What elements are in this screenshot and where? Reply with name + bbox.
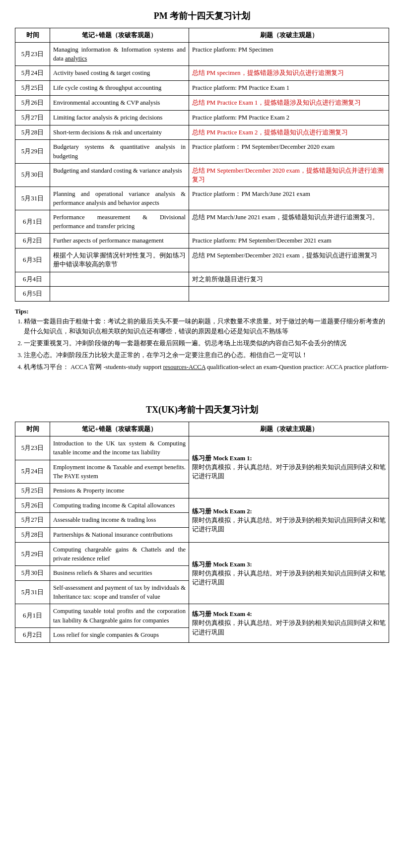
pm-table-row: 5月24日Activity based costing & target cos… bbox=[15, 66, 389, 81]
section2-title: TX(UK)考前十四天复习计划 bbox=[15, 404, 389, 416]
pm-date-cell: 5月25日 bbox=[15, 81, 50, 96]
pm-note-cell: Activity based costing & target costing bbox=[50, 66, 189, 81]
pm-tips-title: Tips: bbox=[15, 308, 29, 315]
pm-date-cell: 6月5日 bbox=[15, 287, 50, 302]
pm-date-cell: 5月26日 bbox=[15, 95, 50, 110]
tx-table-row: 5月26日Computing trading income & Capital … bbox=[15, 498, 389, 513]
pm-drill-cell: 对之前所做题目进行复习 bbox=[189, 272, 389, 287]
pm-drill-cell: Practice platform：PM September/December … bbox=[189, 140, 389, 163]
tx-drill-cell: 练习册 Mock Exam 1:限时仿真模拟，并认真总结。对于涉及到的相关知识点… bbox=[189, 436, 389, 498]
tx-note-cell: Business reliefs & Shares and securities bbox=[50, 566, 189, 581]
pm-drill-cell: 总结 PM Practice Exam 1，提炼错题涉及知识点进行追溯复习 bbox=[189, 95, 389, 110]
pm-header-time: 时间 bbox=[15, 28, 50, 43]
pm-note-cell: Budgetary systems & quantitative analysi… bbox=[50, 140, 189, 163]
tx-date-cell: 5月28日 bbox=[15, 528, 50, 543]
pm-tips: Tips: 精做一套题目由于粗做十套：考试之前的最后关头不要一味的刷题，只求数量… bbox=[15, 307, 389, 372]
pm-date-cell: 5月28日 bbox=[15, 125, 50, 140]
pm-table: 时间 笔记+错题（攻破客观题） 刷题（攻破主观题） 5月23日Managing … bbox=[15, 28, 389, 302]
pm-tip-item: 精做一套题目由于粗做十套：考试之前的最后关头不要一味的刷题，只求数量不求质量。对… bbox=[24, 316, 389, 336]
tx-note-cell: Assessable trading income & trading loss bbox=[50, 513, 189, 528]
pm-table-row: 6月2日Further aspects of performance manag… bbox=[15, 234, 389, 248]
pm-note-cell: Planning and operational variance analys… bbox=[50, 186, 189, 210]
pm-date-cell: 5月23日 bbox=[15, 43, 50, 66]
tx-note-cell: Loss relief for single companies & Group… bbox=[50, 627, 189, 642]
tx-header-time: 时间 bbox=[15, 422, 50, 436]
pm-date-cell: 6月4日 bbox=[15, 272, 50, 287]
pm-drill-cell: Practice platform：PM March/June 2021 exa… bbox=[189, 186, 389, 210]
pm-table-row: 5月25日Life cycle costing & throughput acc… bbox=[15, 81, 389, 96]
tx-note-cell: Self-assessment and payment of tax by in… bbox=[50, 581, 189, 604]
tx-note-cell: Employment income & Taxable and exempt b… bbox=[50, 460, 189, 483]
pm-note-cell: Managing information & Information syste… bbox=[50, 43, 189, 66]
pm-note-cell bbox=[50, 287, 189, 302]
tx-header-note: 笔记+错题（攻破客观题） bbox=[50, 422, 189, 436]
pm-note-cell bbox=[50, 272, 189, 287]
pm-drill-cell: Practice platform: PM Practice Exam 2 bbox=[189, 110, 389, 125]
pm-drill-cell: Practice platform: PM Specimen bbox=[189, 43, 389, 66]
tx-table: 时间 笔记+错题（攻破客观题） 刷题（攻破主观题） 5月23日Introduct… bbox=[15, 422, 389, 642]
tx-table-row: 5月23日Introduction to the UK tax system &… bbox=[15, 436, 389, 460]
pm-table-row: 5月30日Budgeting and standard costing & va… bbox=[15, 163, 389, 186]
pm-date-cell: 5月27日 bbox=[15, 110, 50, 125]
pm-drill-cell: 总结 PM September/December 2021 exam，提炼知识点… bbox=[189, 248, 389, 272]
section1-title: PM 考前十四天复习计划 bbox=[15, 10, 389, 22]
tx-note-cell: Computing taxable total profits and the … bbox=[50, 604, 189, 627]
tx-note-cell: Computing chargeable gains & Chattels an… bbox=[50, 543, 189, 566]
pm-header-note: 笔记+错题（攻破客观题） bbox=[50, 28, 189, 43]
pm-date-cell: 5月30日 bbox=[15, 163, 50, 186]
pm-drill-cell: 总结 PM March/June 2021 exam，提炼错题知识点并进行追溯复… bbox=[189, 210, 389, 234]
tx-date-cell: 5月31日 bbox=[15, 581, 50, 604]
tx-table-row: 5月29日Computing chargeable gains & Chatte… bbox=[15, 543, 389, 566]
tx-date-cell: 6月1日 bbox=[15, 604, 50, 627]
pm-table-row: 6月5日 bbox=[15, 287, 389, 302]
pm-table-row: 5月31日Planning and operational variance a… bbox=[15, 186, 389, 210]
pm-date-cell: 5月29日 bbox=[15, 140, 50, 163]
tx-date-cell: 5月27日 bbox=[15, 513, 50, 528]
pm-table-row: 6月3日根据个人知识掌握情况针对性复习。例如练习册中错误率较高的章节总结 PM … bbox=[15, 248, 389, 272]
pm-tips-list: 精做一套题目由于粗做十套：考试之前的最后关头不要一味的刷题，只求数量不求质量。对… bbox=[24, 316, 389, 372]
pm-drill-empty bbox=[189, 287, 389, 302]
pm-drill-cell: 总结 PM specimen，提炼错题涉及知识点进行追溯复习 bbox=[189, 66, 389, 81]
tx-table-row: 6月1日Computing taxable total profits and … bbox=[15, 604, 389, 627]
pm-note-cell: Limiting factor analysis & pricing decis… bbox=[50, 110, 189, 125]
pm-note-cell: Short-term decisions & risk and uncertai… bbox=[50, 125, 189, 140]
pm-date-cell: 6月3日 bbox=[15, 248, 50, 272]
pm-tip-item: 注意心态。冲刺阶段压力比较大是正常的，在学习之余一定要注意自己的心态。相信自己一… bbox=[24, 350, 389, 360]
pm-note-cell: Environmental accounting & CVP analysis bbox=[50, 95, 189, 110]
pm-note-cell: Life cycle costing & throughput accounti… bbox=[50, 81, 189, 96]
tx-date-cell: 5月25日 bbox=[15, 483, 50, 498]
tx-note-cell: Computing trading income & Capital allow… bbox=[50, 498, 189, 513]
tx-note-cell: Introduction to the UK tax system & Comp… bbox=[50, 436, 189, 460]
pm-tip-item: 机考练习平台： ACCA 官网 -students-study support … bbox=[24, 362, 389, 372]
tx-date-cell: 5月26日 bbox=[15, 498, 50, 513]
pm-note-cell: Budgeting and standard costing & varianc… bbox=[50, 163, 189, 186]
tx-drill-cell: 练习册 Mock Exam 4:限时仿真模拟，并认真总结。对于涉及到的相关知识点… bbox=[189, 604, 389, 642]
tx-drill-cell: 练习册 Mock Exam 3:限时仿真模拟，并认真总结。对于涉及到的相关知识点… bbox=[189, 543, 389, 604]
pm-drill-cell: Practice platform: PM September/December… bbox=[189, 234, 389, 248]
tx-date-cell: 6月2日 bbox=[15, 627, 50, 642]
pm-note-cell: 根据个人知识掌握情况针对性复习。例如练习册中错误率较高的章节 bbox=[50, 248, 189, 272]
pm-tip-item: 一定要重视复习。冲刺阶段做的每一套题都要在最后回顾一遍。切忌考场上出现类似的内容… bbox=[24, 338, 389, 348]
pm-table-row: 5月27日Limiting factor analysis & pricing … bbox=[15, 110, 389, 125]
tx-drill-cell: 练习册 Mock Exam 2:限时仿真模拟，并认真总结。对于涉及到的相关知识点… bbox=[189, 498, 389, 543]
tx-date-cell: 5月24日 bbox=[15, 460, 50, 483]
pm-date-cell: 6月1日 bbox=[15, 210, 50, 234]
tx-date-cell: 5月29日 bbox=[15, 543, 50, 566]
tx-date-cell: 5月23日 bbox=[15, 436, 50, 460]
pm-drill-cell: 总结 PM Practice Exam 2，提炼错题知识点进行追溯复习 bbox=[189, 125, 389, 140]
tx-note-cell: Pensions & Property income bbox=[50, 483, 189, 498]
tx-note-cell: Partnerships & National insurance contri… bbox=[50, 528, 189, 543]
tx-date-cell: 5月30日 bbox=[15, 566, 50, 581]
pm-date-cell: 5月31日 bbox=[15, 186, 50, 210]
pm-drill-cell: Practice platform: PM Practice Exam 1 bbox=[189, 81, 389, 96]
pm-header-drill: 刷题（攻破主观题） bbox=[189, 28, 389, 43]
pm-table-row: 6月1日Performance measurement & Divisional… bbox=[15, 210, 389, 234]
pm-table-row: 6月4日对之前所做题目进行复习 bbox=[15, 272, 389, 287]
pm-table-row: 5月28日Short-term decisions & risk and unc… bbox=[15, 125, 389, 140]
pm-date-cell: 5月24日 bbox=[15, 66, 50, 81]
tx-header-drill: 刷题（攻破主观题） bbox=[189, 422, 389, 436]
pm-table-row: 5月23日Managing information & Information … bbox=[15, 43, 389, 66]
pm-drill-cell: 总结 PM September/December 2020 exam，提炼错题知… bbox=[189, 163, 389, 186]
pm-date-cell: 6月2日 bbox=[15, 234, 50, 248]
pm-note-cell: Further aspects of performance managemen… bbox=[50, 234, 189, 248]
